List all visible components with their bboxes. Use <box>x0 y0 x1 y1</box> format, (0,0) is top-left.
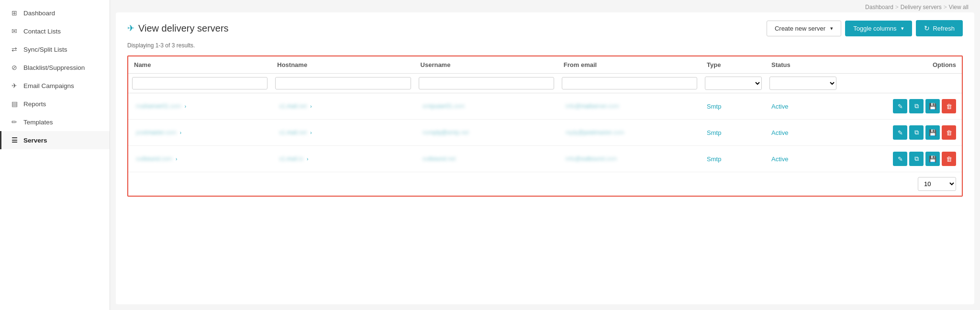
cell-type-0: Smtp <box>701 93 766 120</box>
refresh-button[interactable]: ↻ Refresh <box>916 20 963 36</box>
sidebar-label-servers: Servers <box>23 137 47 144</box>
cell-username-2: outbound.net <box>415 146 558 172</box>
delete-button-0[interactable]: 🗑 <box>942 99 956 113</box>
edit-button-2[interactable]: ✎ <box>893 152 907 166</box>
cell-email-2: info@outbound.com <box>558 146 701 172</box>
name-link-0[interactable]: mailserver01.com › <box>134 102 186 111</box>
sidebar-item-sync-split[interactable]: Sync/Split Lists <box>0 40 110 58</box>
filter-status-cell: Active Inactive <box>766 74 840 93</box>
hostname-link-1[interactable]: s1.mail.net › <box>277 128 312 137</box>
save-button-1[interactable]: 💾 <box>925 125 940 140</box>
content-area: ✈ View delivery servers Create new serve… <box>116 12 974 304</box>
filter-hostname-input[interactable] <box>275 77 411 89</box>
filter-username-input[interactable] <box>419 77 554 89</box>
save-button-2[interactable]: 💾 <box>925 152 940 166</box>
col-hostname: Hostname <box>271 56 414 74</box>
displaying-text: Displaying 1-3 of 3 results. <box>127 42 963 49</box>
sidebar-label-contact-lists: Contact Lists <box>23 28 61 35</box>
copy-button-2[interactable]: ⧉ <box>909 152 924 166</box>
copy-button-0[interactable]: ⧉ <box>909 99 924 113</box>
table-row: outbound.com › s1.mail.io › outbound.net… <box>128 146 962 172</box>
reports-icon <box>10 100 19 108</box>
hostname-link-2[interactable]: s1.mail.io › <box>277 155 308 163</box>
cell-type-1: Smtp <box>701 120 766 146</box>
sidebar-item-email-campaigns[interactable]: Email Campaigns <box>0 77 110 95</box>
campaign-icon <box>10 82 19 89</box>
cell-name-0: mailserver01.com › <box>128 93 271 120</box>
save-button-0[interactable]: 💾 <box>925 99 940 113</box>
cell-username-1: noreply@smtp.net <box>415 120 558 146</box>
hostname-link-0[interactable]: s1.mail.net › <box>277 102 312 111</box>
sidebar-label-templates: Templates <box>23 119 53 126</box>
pagination-row: 102550100 <box>128 172 962 196</box>
edit-button-1[interactable]: ✎ <box>893 125 907 140</box>
sidebar-label-reports: Reports <box>23 100 46 108</box>
filter-type-cell: Smtp <box>701 74 766 93</box>
sidebar-item-contact-lists[interactable]: Contact Lists <box>0 22 110 40</box>
filter-row: Smtp Active Inactive <box>128 74 962 93</box>
sidebar-label-dashboard: Dashboard <box>23 10 55 17</box>
table-body: mailserver01.com › s1.mail.net › smtpuse… <box>128 93 962 172</box>
header-actions: Create new server Toggle columns ↻ Refre… <box>767 20 963 36</box>
col-username: Username <box>415 56 558 74</box>
delete-button-2[interactable]: 🗑 <box>942 152 956 166</box>
sidebar: Dashboard Contact Lists Sync/Split Lists… <box>0 0 110 310</box>
cell-type-2: Smtp <box>701 146 766 172</box>
col-name: Name <box>128 56 271 74</box>
name-link-1[interactable]: postmaster.com › <box>134 128 181 137</box>
cell-email-1: reply@postmaster.com <box>558 120 701 146</box>
cell-name-1: postmaster.com › <box>128 120 271 146</box>
sidebar-item-reports[interactable]: Reports <box>0 95 110 113</box>
breadcrumb-sep-2: > <box>944 4 947 11</box>
blacklist-icon <box>10 64 19 71</box>
sidebar-label-blacklist: Blacklist/Suppression <box>23 64 85 71</box>
cell-hostname-1: s1.mail.net › <box>271 120 414 146</box>
page-size-select[interactable]: 102550100 <box>918 177 956 191</box>
toggle-columns-button[interactable]: Toggle columns <box>845 21 912 36</box>
main-content: Dashboard > Delivery servers > View all … <box>110 0 980 310</box>
breadcrumb-dashboard[interactable]: Dashboard <box>865 4 893 11</box>
cell-status-1: Active <box>766 120 840 146</box>
contact-icon <box>10 27 19 35</box>
cell-hostname-0: s1.mail.net › <box>271 93 414 120</box>
delete-button-1[interactable]: 🗑 <box>942 125 956 140</box>
sidebar-label-sync: Sync/Split Lists <box>23 46 67 53</box>
sidebar-item-templates[interactable]: Templates <box>0 113 110 131</box>
cell-actions-1: ✎ ⧉ 💾 🗑 <box>840 120 962 146</box>
sidebar-item-servers[interactable]: Servers <box>0 131 110 149</box>
breadcrumb-delivery-servers[interactable]: Delivery servers <box>901 4 942 11</box>
col-status: Status <box>766 56 840 74</box>
col-options: Options <box>840 56 962 74</box>
copy-button-1[interactable]: ⧉ <box>909 125 924 140</box>
create-new-server-button[interactable]: Create new server <box>767 21 841 36</box>
col-type: Type <box>701 56 766 74</box>
edit-button-0[interactable]: ✎ <box>893 99 907 113</box>
servers-table-container: Name Hostname Username From email Type S… <box>127 55 963 197</box>
send-icon: ✈ <box>127 23 134 33</box>
filter-status-select[interactable]: Active Inactive <box>769 77 836 90</box>
filter-email-input[interactable] <box>562 77 697 89</box>
filter-email-cell <box>558 74 701 93</box>
cell-name-2: outbound.com › <box>128 146 271 172</box>
filter-hostname-cell <box>271 74 414 93</box>
cell-actions-2: ✎ ⧉ 💾 🗑 <box>840 146 962 172</box>
servers-table: Name Hostname Username From email Type S… <box>128 56 962 172</box>
name-link-2[interactable]: outbound.com › <box>134 155 177 163</box>
filter-name-cell <box>128 74 271 93</box>
filter-type-select[interactable]: Smtp <box>705 77 762 90</box>
page-header: ✈ View delivery servers Create new serve… <box>127 20 963 36</box>
sidebar-label-campaigns: Email Campaigns <box>23 82 74 89</box>
cell-email-0: info@mailserver.com <box>558 93 701 120</box>
filter-username-cell <box>415 74 558 93</box>
cell-status-2: Active <box>766 146 840 172</box>
filter-options-cell <box>840 74 962 93</box>
dashboard-icon <box>10 9 19 17</box>
sync-icon <box>10 45 19 53</box>
page-title: ✈ View delivery servers <box>127 23 229 34</box>
sidebar-item-blacklist[interactable]: Blacklist/Suppression <box>0 58 110 77</box>
cell-username-0: smtpuser01.com <box>415 93 558 120</box>
breadcrumb: Dashboard > Delivery servers > View all <box>110 0 980 12</box>
servers-icon <box>10 136 19 144</box>
sidebar-item-dashboard[interactable]: Dashboard <box>0 4 110 22</box>
filter-name-input[interactable] <box>132 77 267 89</box>
